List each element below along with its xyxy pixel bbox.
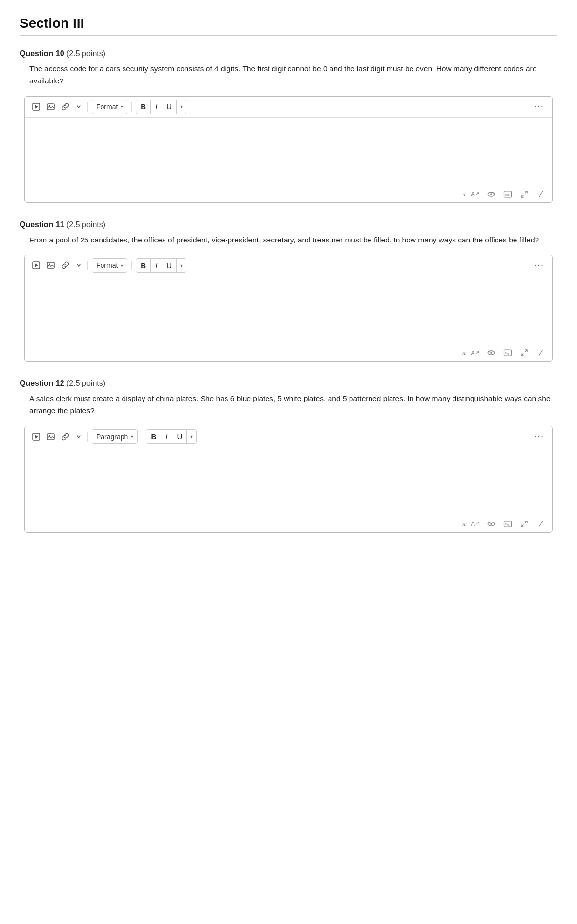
- toolbar-divider-1: [87, 102, 88, 112]
- svg-text:Eq: Eq: [505, 351, 509, 355]
- format-more-chevron-button[interactable]: ▾: [176, 100, 186, 114]
- editor-box: Paragraph ▾ B I U ▾ ···: [24, 426, 553, 533]
- image-insert-button[interactable]: [44, 260, 57, 271]
- slash-icon[interactable]: [536, 190, 545, 199]
- question-text-q12: A sales clerk must create a display of c…: [29, 393, 557, 417]
- svg-text:/: /: [466, 352, 467, 355]
- format-dropdown[interactable]: Format ▾: [92, 258, 127, 273]
- question-label-q12: Question 12: [20, 379, 64, 387]
- underline-button[interactable]: U: [162, 100, 176, 114]
- formula-icon[interactable]: Eq: [503, 520, 512, 528]
- format-dropdown[interactable]: Format ▾: [92, 100, 127, 114]
- editor-box: Format ▾ B I U ▾ ···: [24, 96, 553, 203]
- question-points-q10: (2.5 points): [66, 49, 105, 58]
- image-insert-button[interactable]: [44, 431, 57, 442]
- svg-text:/: /: [466, 523, 467, 526]
- format-more-chevron-button[interactable]: ▾: [176, 259, 186, 272]
- italic-button[interactable]: I: [161, 430, 172, 443]
- editor-toolbar: Format ▾ B I U ▾ ···: [25, 97, 552, 118]
- editor-toolbar: Paragraph ▾ B I U ▾ ···: [25, 426, 552, 447]
- svg-text:A: A: [462, 351, 466, 356]
- question-label-q11: Question 11: [20, 221, 64, 229]
- question-header-q12: Question 12 (2.5 points): [20, 379, 557, 388]
- svg-line-36: [525, 521, 528, 523]
- section-divider: [20, 35, 557, 36]
- insert-more-button[interactable]: [74, 432, 83, 441]
- editor-footer: A / A↗ Eq: [25, 344, 552, 361]
- question-label-q10: Question 10: [20, 49, 64, 58]
- italic-button[interactable]: I: [151, 259, 162, 272]
- format-dropdown-label: Format: [96, 103, 118, 111]
- svg-line-25: [539, 350, 543, 356]
- more-options-button[interactable]: ···: [531, 260, 547, 272]
- more-options-button[interactable]: ···: [531, 430, 547, 442]
- expand-icon[interactable]: [520, 190, 529, 199]
- bold-button[interactable]: B: [136, 100, 150, 114]
- formula-icon[interactable]: Eq: [503, 348, 512, 357]
- format-dropdown-label: Format: [96, 261, 118, 269]
- toolbar-divider-2: [142, 432, 142, 442]
- svg-text:A: A: [462, 522, 466, 527]
- svg-text:/: /: [466, 193, 467, 196]
- more-options-button[interactable]: ···: [531, 100, 547, 113]
- eye-icon[interactable]: [487, 348, 495, 357]
- editor-content[interactable]: [25, 276, 552, 344]
- svg-marker-1: [35, 105, 38, 108]
- format-dropdown[interactable]: Paragraph ▾: [92, 429, 138, 444]
- spellcheck-icon[interactable]: A / A↗: [462, 190, 479, 199]
- editor-footer: A / A↗ Eq: [25, 516, 552, 532]
- spellcheck-icon[interactable]: A / A↗: [462, 520, 479, 528]
- link-insert-button[interactable]: [59, 431, 72, 442]
- section-title: Section III: [20, 16, 557, 31]
- question-block-q12: Question 12 (2.5 points) A sales clerk m…: [20, 379, 557, 533]
- svg-marker-27: [35, 435, 38, 438]
- svg-point-7: [490, 193, 492, 195]
- toolbar-divider-2: [131, 102, 132, 112]
- editor-box: Format ▾ B I U ▾ ···: [24, 255, 553, 362]
- text-format-group: B I U ▾: [136, 100, 186, 114]
- chevron-down-icon: ▾: [131, 434, 133, 439]
- insert-more-button[interactable]: [74, 102, 83, 111]
- question-text-q11: From a pool of 25 candidates, the office…: [29, 234, 557, 246]
- expand-icon[interactable]: [520, 348, 529, 357]
- spellcheck-icon[interactable]: A / A↗: [462, 348, 479, 357]
- italic-button[interactable]: I: [151, 100, 162, 114]
- text-format-group: B I U ▾: [146, 429, 197, 444]
- media-insert-button[interactable]: [30, 101, 42, 113]
- svg-point-20: [490, 352, 492, 354]
- formula-icon[interactable]: Eq: [503, 190, 512, 199]
- toolbar-divider-2: [131, 261, 132, 270]
- svg-text:Eq: Eq: [505, 522, 509, 526]
- expand-icon[interactable]: [520, 520, 529, 528]
- link-insert-button[interactable]: [59, 101, 72, 113]
- toolbar-divider-1: [87, 432, 88, 442]
- format-dropdown-label: Paragraph: [96, 433, 128, 441]
- slash-icon[interactable]: [536, 520, 545, 528]
- eye-icon[interactable]: [487, 190, 495, 199]
- media-insert-button[interactable]: [30, 431, 42, 442]
- media-insert-button[interactable]: [30, 260, 42, 271]
- editor-content[interactable]: [25, 118, 552, 186]
- editor-content[interactable]: [25, 447, 552, 516]
- image-insert-button[interactable]: [44, 101, 57, 113]
- svg-text:Eq: Eq: [505, 193, 509, 196]
- eye-icon[interactable]: [487, 520, 495, 528]
- question-block-q10: Question 10 (2.5 points) The access code…: [20, 49, 557, 203]
- underline-button[interactable]: U: [162, 259, 176, 272]
- question-points-q12: (2.5 points): [66, 379, 105, 387]
- format-more-chevron-button[interactable]: ▾: [186, 430, 196, 443]
- slash-icon[interactable]: [536, 348, 545, 357]
- insert-more-button[interactable]: [74, 261, 83, 270]
- link-insert-button[interactable]: [59, 260, 72, 271]
- editor-footer: A / A↗ Eq: [25, 186, 552, 202]
- question-header-q10: Question 10 (2.5 points): [20, 49, 557, 58]
- svg-line-38: [539, 521, 543, 527]
- svg-line-37: [521, 524, 524, 527]
- editor-toolbar: Format ▾ B I U ▾ ···: [25, 255, 552, 276]
- toolbar-divider-1: [87, 261, 88, 270]
- bold-button[interactable]: B: [146, 430, 161, 443]
- underline-button[interactable]: U: [172, 430, 186, 443]
- bold-button[interactable]: B: [136, 259, 150, 272]
- svg-marker-14: [35, 264, 38, 267]
- chevron-down-icon: ▾: [121, 263, 123, 268]
